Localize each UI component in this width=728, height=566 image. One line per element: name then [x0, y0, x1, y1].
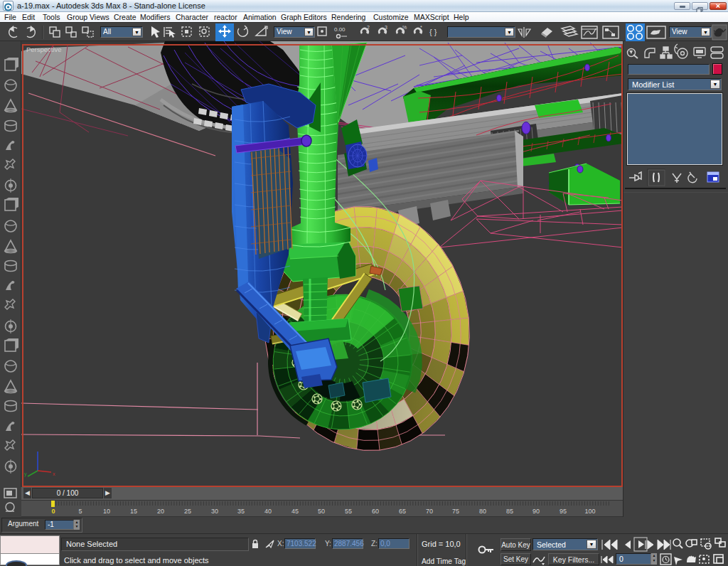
svg-text:100: 100: [584, 508, 595, 515]
svg-text:35: 35: [237, 508, 245, 515]
svg-text:40: 40: [264, 508, 272, 515]
svg-text:5: 5: [78, 508, 82, 515]
svg-text:x: x: [53, 471, 55, 476]
svg-text:%: %: [402, 25, 407, 30]
svg-text:0: 0: [51, 508, 55, 515]
svg-text:25: 25: [184, 508, 191, 515]
svg-text:80: 80: [479, 508, 486, 515]
svg-text:90: 90: [532, 508, 540, 515]
svg-text:y: y: [24, 471, 27, 477]
svg-text:30: 30: [211, 508, 218, 515]
svg-text:*: *: [420, 25, 422, 30]
svg-text:2: 2: [367, 25, 370, 30]
svg-text:85: 85: [506, 508, 513, 515]
svg-text:95: 95: [560, 508, 567, 515]
svg-text:20: 20: [157, 508, 164, 515]
svg-text:75: 75: [452, 508, 459, 515]
svg-text:0.00: 0.00: [334, 26, 346, 33]
svg-text:Perspective: Perspective: [26, 46, 62, 53]
svg-text:10: 10: [103, 508, 110, 515]
svg-text:70: 70: [426, 508, 433, 515]
svg-text:3: 3: [385, 25, 387, 30]
svg-text:50: 50: [318, 508, 325, 515]
svg-text:{ }: { }: [429, 28, 437, 36]
svg-text:55: 55: [345, 508, 352, 515]
svg-text:45: 45: [291, 508, 299, 515]
svg-text:65: 65: [399, 508, 406, 515]
svg-text:60: 60: [372, 508, 379, 515]
svg-text:15: 15: [130, 508, 137, 515]
